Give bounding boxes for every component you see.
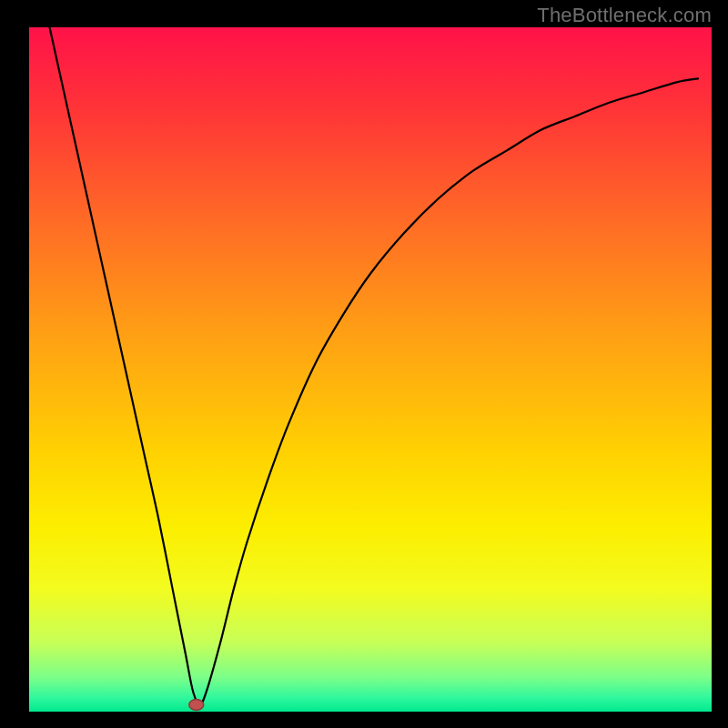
- bottleneck-chart: [0, 0, 728, 728]
- bottleneck-marker: [189, 699, 204, 710]
- plot-background: [29, 27, 712, 712]
- watermark-text: TheBottleneck.com: [537, 4, 712, 27]
- chart-frame: TheBottleneck.com: [0, 0, 728, 728]
